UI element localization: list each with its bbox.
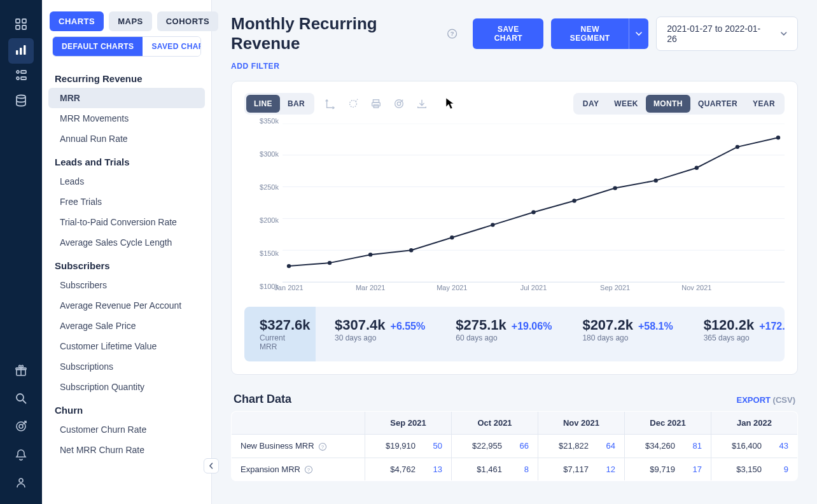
download-icon[interactable] [416,98,428,109]
sidebar-item[interactable]: Trial-to-Paid Conversion Rate [48,212,205,232]
granularity-month[interactable]: MONTH [646,95,690,113]
question-icon[interactable]: ? [447,28,457,39]
chart-tool-icons [325,98,428,109]
granularity-week[interactable]: WEEK [606,95,646,113]
chart-data-table: Sep 2021Oct 2021Nov 2021Dec 2021Jan 2022… [231,411,798,481]
sidebar-tab-cohorts[interactable]: COHORTS [157,11,219,31]
question-icon[interactable]: ? [318,442,327,451]
table-cell: $7,11712 [538,458,625,481]
svg-point-32 [287,264,291,268]
sidebar-item[interactable]: Average Sale Price [48,316,205,336]
stat-compare: $207.2k+58.1%180 days ago [567,307,688,361]
chevron-down-icon [636,31,642,37]
sidebar-item[interactable]: Leads [48,171,205,192]
rail-item-target[interactable] [8,415,34,440]
new-segment-button[interactable]: NEW SEGMENT [551,18,629,49]
svg-point-16 [19,424,23,428]
sidebar-item[interactable]: MRR Movements [48,108,205,129]
compare-icon[interactable] [347,98,359,109]
x-tick-label: May 2021 [436,284,467,291]
stat-value: $275.1k [456,317,506,333]
granularity-day[interactable]: DAY [575,95,606,113]
date-range-picker[interactable]: 2021-01-27 to 2022-01-26 [656,17,798,51]
svg-point-44 [776,136,780,139]
sidebar-item[interactable]: MRR [48,88,205,108]
table-cell: $3,1509 [711,458,798,481]
stat-label: 365 days ago [704,333,785,342]
view-toggle-bar[interactable]: BAR [280,95,312,113]
chart-view-toggle: LINEBAR [244,93,314,115]
add-filter-button[interactable]: ADD FILTER [231,62,279,71]
sidebar-item[interactable]: Average Sales Cycle Length [48,232,205,253]
charts-icon [15,43,27,59]
svg-rect-3 [22,25,26,29]
svg-point-38 [531,210,535,214]
view-toggle-line[interactable]: LINE [246,95,280,113]
question-icon[interactable]: ? [304,465,313,474]
table-column-header: Sep 2021 [365,412,452,435]
granularity-quarter[interactable]: QUARTER [690,95,745,113]
sidebar-collapse-handle[interactable] [204,458,219,473]
y-tick-label: $350k [260,117,279,130]
goal-icon[interactable] [393,98,405,109]
rail-item-database[interactable] [8,89,34,115]
sidebar-group-head: Leads and Trials [42,149,211,171]
sidebar-tab-charts[interactable]: CHARTS [50,11,104,31]
rail-item-bell[interactable] [8,443,34,468]
sidebar-item[interactable]: Net MRR Churn Rate [48,440,205,460]
table-column-header: Dec 2021 [625,412,711,435]
sidebar-subtab-default-charts[interactable]: DEFAULT CHARTS [53,37,143,56]
new-segment-dropdown-toggle[interactable] [629,18,648,49]
table-column-header: Nov 2021 [538,412,625,435]
sidebar-group-head: Subscribers [42,253,211,275]
sidebar-tab-maps[interactable]: MAPS [109,11,152,31]
sidebar-item[interactable]: Subscribers [48,275,205,295]
rail-item-search[interactable] [8,387,34,412]
svg-rect-9 [21,71,26,73]
axes-icon[interactable] [325,98,336,109]
sidebar-group-head: Churn [42,397,211,419]
y-tick-label: $200k [260,216,279,221]
stat-label: Current MRR [260,333,300,351]
rail-item-charts[interactable] [8,38,34,64]
svg-text:?: ? [307,467,310,473]
stat-delta: +58.1% [638,321,673,332]
sidebar-group-head: Recurring Revenue [42,66,211,88]
table-row-head: Expansion MRR? [232,458,365,481]
rail-item-gift[interactable] [8,359,34,384]
sidebar: CHARTSMAPSCOHORTS DEFAULT CHARTSSAVED CH… [42,0,212,504]
sidebar-item[interactable]: Customer Lifetime Value [48,336,205,356]
sidebar-item[interactable]: Subscriptions [48,356,205,377]
sidebar-item[interactable]: Average Revenue Per Account [48,295,205,316]
svg-point-41 [654,178,658,182]
print-icon[interactable] [370,98,382,109]
svg-point-42 [695,166,699,170]
y-tick-label: $300k [260,150,279,160]
save-chart-button[interactable]: SAVE CHART [473,18,543,49]
sidebar-item[interactable]: Free Trials [48,192,205,212]
export-csv-button[interactable]: EXPORT (CSV) [737,395,795,405]
database-icon [15,94,27,109]
rail-item-profile[interactable] [8,471,34,496]
table-cell: $19,91050 [365,435,452,458]
sidebar-item[interactable]: Customer Churn Rate [48,419,205,440]
target-icon [15,420,27,435]
gift-icon [15,364,27,379]
sidebar-item[interactable]: Annual Run Rate [48,129,205,149]
stat-current-mrr: $327.6k Current MRR [244,307,316,361]
table-column-header [232,412,365,435]
svg-rect-4 [16,50,18,55]
rail-item-segments[interactable] [8,64,34,89]
stat-compare: $120.2k+172.61%365 days ago [688,307,785,361]
sidebar-item[interactable]: Subscription Quantity [48,377,205,397]
dashboard-icon [15,18,27,33]
stat-value: $327.6k [260,317,300,333]
rail-item-dashboard[interactable] [8,13,34,38]
svg-point-11 [17,95,25,99]
stat-summary-row: $327.6k Current MRR $307.4k+6.55%30 days… [244,307,785,361]
sidebar-subtab-saved-charts[interactable]: SAVED CHARTS [143,37,201,56]
granularity-year[interactable]: YEAR [745,95,783,113]
stat-compare: $307.4k+6.55%30 days ago [319,307,440,361]
stat-delta: +6.55% [391,321,426,332]
stat-compare: $275.1k+19.06%60 days ago [440,307,567,361]
